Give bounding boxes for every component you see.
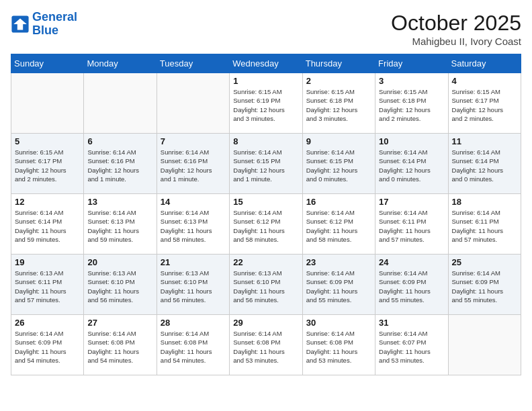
- day-number: 14: [161, 197, 226, 207]
- page-header: GeneralBlue October 2025 Mahigbeu II, Iv…: [11, 11, 521, 47]
- title-block: October 2025 Mahigbeu II, Ivory Coast: [391, 11, 521, 47]
- day-number: 9: [306, 136, 371, 146]
- calendar-day-cell: 18Sunrise: 6:14 AM Sunset: 6:11 PM Dayli…: [448, 194, 521, 255]
- calendar-table: SundayMondayTuesdayWednesdayThursdayFrid…: [11, 54, 521, 375]
- day-number: 18: [452, 197, 517, 207]
- calendar-day-cell: 19Sunrise: 6:13 AM Sunset: 6:11 PM Dayli…: [11, 255, 84, 315]
- day-number: 30: [306, 318, 371, 328]
- day-info: Sunrise: 6:14 AM Sunset: 6:08 PM Dayligh…: [233, 329, 298, 365]
- calendar-week-row: 12Sunrise: 6:14 AM Sunset: 6:14 PM Dayli…: [11, 194, 521, 255]
- logo: GeneralBlue: [11, 11, 77, 38]
- calendar-day-cell: 12Sunrise: 6:14 AM Sunset: 6:14 PM Dayli…: [11, 194, 84, 255]
- calendar-day-cell: 9Sunrise: 6:14 AM Sunset: 6:15 PM Daylig…: [302, 134, 375, 194]
- calendar-week-row: 5Sunrise: 6:15 AM Sunset: 6:17 PM Daylig…: [11, 134, 521, 194]
- calendar-day-cell: [84, 73, 157, 134]
- calendar-day-cell: 10Sunrise: 6:14 AM Sunset: 6:14 PM Dayli…: [375, 134, 448, 194]
- calendar-week-row: 26Sunrise: 6:14 AM Sunset: 6:09 PM Dayli…: [11, 315, 521, 375]
- day-number: 19: [15, 257, 80, 267]
- calendar-day-cell: 21Sunrise: 6:13 AM Sunset: 6:10 PM Dayli…: [157, 255, 229, 315]
- day-number: 21: [161, 257, 226, 267]
- day-info: Sunrise: 6:13 AM Sunset: 6:10 PM Dayligh…: [87, 269, 152, 304]
- logo-text: GeneralBlue: [32, 11, 77, 38]
- calendar-day-cell: 27Sunrise: 6:14 AM Sunset: 6:08 PM Dayli…: [84, 315, 157, 375]
- day-info: Sunrise: 6:14 AM Sunset: 6:16 PM Dayligh…: [87, 148, 152, 183]
- calendar-day-cell: 7Sunrise: 6:14 AM Sunset: 6:16 PM Daylig…: [157, 134, 229, 194]
- day-info: Sunrise: 6:14 AM Sunset: 6:13 PM Dayligh…: [161, 208, 226, 244]
- day-info: Sunrise: 6:14 AM Sunset: 6:09 PM Dayligh…: [15, 329, 80, 365]
- day-number: 31: [379, 318, 444, 328]
- day-info: Sunrise: 6:14 AM Sunset: 6:15 PM Dayligh…: [233, 148, 298, 183]
- day-info: Sunrise: 6:14 AM Sunset: 6:15 PM Dayligh…: [306, 148, 371, 183]
- day-number: 4: [452, 76, 517, 86]
- calendar-day-cell: 30Sunrise: 6:14 AM Sunset: 6:08 PM Dayli…: [302, 315, 375, 375]
- calendar-day-cell: [157, 73, 229, 134]
- day-number: 16: [306, 197, 371, 207]
- day-info: Sunrise: 6:15 AM Sunset: 6:18 PM Dayligh…: [379, 87, 444, 123]
- calendar-day-cell: 25Sunrise: 6:14 AM Sunset: 6:09 PM Dayli…: [448, 255, 521, 315]
- calendar-day-cell: 20Sunrise: 6:13 AM Sunset: 6:10 PM Dayli…: [84, 255, 157, 315]
- day-info: Sunrise: 6:15 AM Sunset: 6:18 PM Dayligh…: [306, 87, 371, 123]
- day-info: Sunrise: 6:13 AM Sunset: 6:10 PM Dayligh…: [233, 269, 298, 304]
- day-number: 28: [161, 318, 226, 328]
- calendar-day-cell: 28Sunrise: 6:14 AM Sunset: 6:08 PM Dayli…: [157, 315, 229, 375]
- day-number: 6: [87, 136, 152, 146]
- calendar-day-cell: 1Sunrise: 6:15 AM Sunset: 6:19 PM Daylig…: [230, 73, 302, 134]
- day-info: Sunrise: 6:14 AM Sunset: 6:13 PM Dayligh…: [87, 208, 152, 244]
- day-number: 24: [379, 257, 444, 267]
- calendar-weekday-header: Wednesday: [230, 54, 302, 73]
- calendar-weekday-header: Tuesday: [157, 54, 229, 73]
- calendar-header-row: SundayMondayTuesdayWednesdayThursdayFrid…: [11, 54, 521, 73]
- day-info: Sunrise: 6:14 AM Sunset: 6:12 PM Dayligh…: [233, 208, 298, 244]
- calendar-week-row: 19Sunrise: 6:13 AM Sunset: 6:11 PM Dayli…: [11, 255, 521, 315]
- calendar-day-cell: 31Sunrise: 6:14 AM Sunset: 6:07 PM Dayli…: [375, 315, 448, 375]
- calendar-day-cell: 17Sunrise: 6:14 AM Sunset: 6:11 PM Dayli…: [375, 194, 448, 255]
- calendar-day-cell: 23Sunrise: 6:14 AM Sunset: 6:09 PM Dayli…: [302, 255, 375, 315]
- day-info: Sunrise: 6:13 AM Sunset: 6:11 PM Dayligh…: [15, 269, 80, 304]
- calendar-day-cell: 29Sunrise: 6:14 AM Sunset: 6:08 PM Dayli…: [230, 315, 302, 375]
- day-info: Sunrise: 6:14 AM Sunset: 6:09 PM Dayligh…: [306, 269, 371, 304]
- day-info: Sunrise: 6:14 AM Sunset: 6:07 PM Dayligh…: [379, 329, 444, 365]
- day-info: Sunrise: 6:14 AM Sunset: 6:09 PM Dayligh…: [379, 269, 444, 304]
- day-number: 29: [233, 318, 298, 328]
- calendar-day-cell: 13Sunrise: 6:14 AM Sunset: 6:13 PM Dayli…: [84, 194, 157, 255]
- day-info: Sunrise: 6:15 AM Sunset: 6:19 PM Dayligh…: [233, 87, 298, 123]
- day-number: 11: [452, 136, 517, 146]
- day-number: 26: [15, 318, 80, 328]
- calendar-day-cell: 26Sunrise: 6:14 AM Sunset: 6:09 PM Dayli…: [11, 315, 84, 375]
- calendar-weekday-header: Saturday: [448, 54, 521, 73]
- day-info: Sunrise: 6:13 AM Sunset: 6:10 PM Dayligh…: [161, 269, 226, 304]
- location-title: Mahigbeu II, Ivory Coast: [391, 36, 521, 47]
- calendar-weekday-header: Thursday: [302, 54, 375, 73]
- day-info: Sunrise: 6:14 AM Sunset: 6:14 PM Dayligh…: [15, 208, 80, 244]
- calendar-day-cell: [448, 315, 521, 375]
- calendar-day-cell: 14Sunrise: 6:14 AM Sunset: 6:13 PM Dayli…: [157, 194, 229, 255]
- calendar-body: 1Sunrise: 6:15 AM Sunset: 6:19 PM Daylig…: [11, 73, 521, 375]
- calendar-weekday-header: Sunday: [11, 54, 84, 73]
- day-number: 20: [87, 257, 152, 267]
- calendar-day-cell: 24Sunrise: 6:14 AM Sunset: 6:09 PM Dayli…: [375, 255, 448, 315]
- calendar-day-cell: 15Sunrise: 6:14 AM Sunset: 6:12 PM Dayli…: [230, 194, 302, 255]
- calendar-day-cell: 4Sunrise: 6:15 AM Sunset: 6:17 PM Daylig…: [448, 73, 521, 134]
- day-number: 3: [379, 76, 444, 86]
- day-info: Sunrise: 6:14 AM Sunset: 6:08 PM Dayligh…: [87, 329, 152, 365]
- day-number: 27: [87, 318, 152, 328]
- day-info: Sunrise: 6:14 AM Sunset: 6:16 PM Dayligh…: [161, 148, 226, 183]
- day-number: 1: [233, 76, 298, 86]
- day-number: 22: [233, 257, 298, 267]
- day-number: 13: [87, 197, 152, 207]
- calendar-day-cell: 5Sunrise: 6:15 AM Sunset: 6:17 PM Daylig…: [11, 134, 84, 194]
- day-number: 17: [379, 197, 444, 207]
- day-number: 10: [379, 136, 444, 146]
- day-info: Sunrise: 6:14 AM Sunset: 6:14 PM Dayligh…: [452, 148, 517, 183]
- day-info: Sunrise: 6:15 AM Sunset: 6:17 PM Dayligh…: [15, 148, 80, 183]
- calendar-day-cell: 6Sunrise: 6:14 AM Sunset: 6:16 PM Daylig…: [84, 134, 157, 194]
- calendar-day-cell: 8Sunrise: 6:14 AM Sunset: 6:15 PM Daylig…: [230, 134, 302, 194]
- day-info: Sunrise: 6:15 AM Sunset: 6:17 PM Dayligh…: [452, 87, 517, 123]
- calendar-day-cell: 16Sunrise: 6:14 AM Sunset: 6:12 PM Dayli…: [302, 194, 375, 255]
- day-number: 2: [306, 76, 371, 86]
- day-info: Sunrise: 6:14 AM Sunset: 6:09 PM Dayligh…: [452, 269, 517, 304]
- day-info: Sunrise: 6:14 AM Sunset: 6:12 PM Dayligh…: [306, 208, 371, 244]
- day-info: Sunrise: 6:14 AM Sunset: 6:11 PM Dayligh…: [379, 208, 444, 244]
- month-title: October 2025: [391, 11, 521, 36]
- calendar-day-cell: 3Sunrise: 6:15 AM Sunset: 6:18 PM Daylig…: [375, 73, 448, 134]
